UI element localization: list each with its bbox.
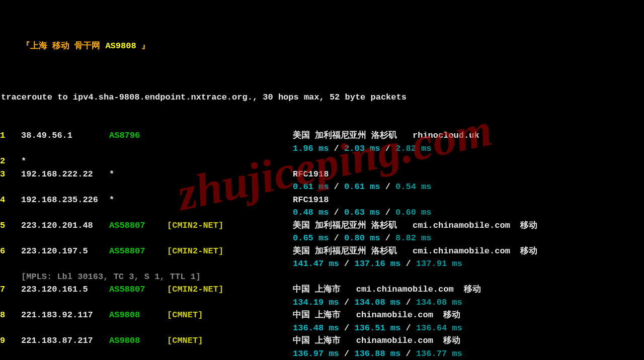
hop-latency-row: 141.47 ms / 137.16 ms / 137.91 ms xyxy=(0,257,644,271)
hop-row: 5223.120.201.48AS58807[CMIN2-NET]美国 加利福尼… xyxy=(0,219,644,232)
hop-location: 美国 加利福尼亚州 洛杉矶 rhinocloud.uk xyxy=(293,129,644,142)
hop-network: [CMIN2-NET] xyxy=(167,245,293,258)
hop-row: 9221.183.87.217AS9808[CMNET]中国 上海市 china… xyxy=(0,334,644,347)
hop-asn: AS9808 xyxy=(109,309,167,322)
hop-number: 1 xyxy=(0,129,21,142)
hop-ip: 223.120.161.5 xyxy=(21,283,109,296)
hop-location: 中国 上海市 cmi.chinamobile.com 移动 xyxy=(293,283,644,296)
hop-location: RFC1918 xyxy=(293,194,644,207)
hop-asn: AS9808 xyxy=(109,334,167,347)
header-asn: AS9808 xyxy=(105,41,136,51)
hop-latency-row: 136.48 ms / 136.51 ms / 136.64 ms xyxy=(0,322,644,335)
hop-latency: 0.48 ms / 0.63 ms / 0.60 ms xyxy=(293,208,431,217)
hop-asn: * xyxy=(109,168,167,181)
hop-network: [CMNET] xyxy=(167,309,293,322)
hop-latency: 136.48 ms / 136.51 ms / 136.64 ms xyxy=(293,323,462,333)
hop-latency: 136.97 ms / 136.88 ms / 136.77 ms xyxy=(293,349,462,358)
hop-number: 6 xyxy=(0,245,21,258)
hop-row: 4192.168.235.226*RFC1918 xyxy=(0,194,644,207)
mpls-label: [MPLS: Lbl 30163, TC 3, S 1, TTL 1] xyxy=(21,271,201,284)
hop-row: 138.49.56.1AS8796美国 加利福尼亚州 洛杉矶 rhinoclou… xyxy=(0,129,644,142)
hop-latency-row: 134.19 ms / 134.08 ms / 134.08 ms xyxy=(0,296,644,309)
hop-asn: * xyxy=(109,194,167,207)
hop-ip: 38.49.56.1 xyxy=(21,129,109,142)
hop-number: 3 xyxy=(0,168,21,181)
hop-number: 9 xyxy=(0,334,21,347)
terminal-output: 『上海 移动 骨干网 AS9808 』 traceroute to ipv4.s… xyxy=(0,0,644,360)
hop-latency-row: 1.96 ms / 2.03 ms / 2.82 ms xyxy=(0,142,644,155)
hop-latency: 0.65 ms / 0.80 ms / 8.82 ms xyxy=(293,233,431,243)
hop-network: [CMNET] xyxy=(167,334,293,347)
hop-row: 2* xyxy=(0,155,644,168)
hop-asn: AS58807 xyxy=(109,219,167,232)
hop-latency-row: 0.65 ms / 0.80 ms / 8.82 ms xyxy=(0,232,644,245)
hop-number: 2 xyxy=(0,155,21,168)
hop-latency-row: 136.97 ms / 136.88 ms / 136.77 ms xyxy=(0,347,644,361)
hop-location: 美国 加利福尼亚州 洛杉矶 cmi.chinamobile.com 移动 xyxy=(293,219,644,232)
hop-latency: 0.61 ms / 0.61 ms / 0.54 ms xyxy=(293,182,431,192)
hop-latency: 134.19 ms / 134.08 ms / 134.08 ms xyxy=(293,298,462,307)
hop-ip: 192.168.222.22 xyxy=(21,168,109,181)
hops-list: 138.49.56.1AS8796美国 加利福尼亚州 洛杉矶 rhinoclou… xyxy=(0,129,644,360)
hop-location: 美国 加利福尼亚州 洛杉矶 cmi.chinamobile.com 移动 xyxy=(293,245,644,258)
hop-row: 8221.183.92.117AS9808[CMNET]中国 上海市 china… xyxy=(0,309,644,322)
header-label: 上海 移动 骨干网 xyxy=(30,41,100,51)
header-prefix: 『 xyxy=(22,41,30,51)
hop-number: 7 xyxy=(0,283,21,296)
hop-row: 6223.120.197.5AS58807[CMIN2-NET]美国 加利福尼亚… xyxy=(0,245,644,258)
hop-location: 中国 上海市 chinamobile.com 移动 xyxy=(293,334,644,347)
hop-ip: 223.120.197.5 xyxy=(21,245,109,258)
traceroute-line: traceroute to ipv4.sha-9808.endpoint.nxt… xyxy=(0,91,644,104)
hop-latency-row: 0.61 ms / 0.61 ms / 0.54 ms xyxy=(0,181,644,194)
hop-latency: 1.96 ms / 2.03 ms / 2.82 ms xyxy=(293,144,431,153)
hop-network: [CMIN2-NET] xyxy=(167,283,293,296)
hop-row: 3192.168.222.22*RFC1918 xyxy=(0,168,644,181)
hop-location: RFC1918 xyxy=(293,168,644,181)
hop-ip: 221.183.87.217 xyxy=(21,334,109,347)
hop-latency: 141.47 ms / 137.16 ms / 137.91 ms xyxy=(293,259,462,268)
route-header: 『上海 移动 骨干网 AS9808 』 xyxy=(0,27,644,65)
hop-ip: 221.183.92.117 xyxy=(21,309,109,322)
hop-ip: * xyxy=(21,155,109,168)
hop-latency-row: 0.48 ms / 0.63 ms / 0.60 ms xyxy=(0,206,644,219)
hop-ip: 223.120.201.48 xyxy=(21,219,109,232)
hop-number: 8 xyxy=(0,309,21,322)
hop-row: 7223.120.161.5AS58807[CMIN2-NET]中国 上海市 c… xyxy=(0,283,644,296)
hop-network: [CMIN2-NET] xyxy=(167,219,293,232)
hop-location: 中国 上海市 chinamobile.com 移动 xyxy=(293,309,644,322)
header-suffix: 』 xyxy=(141,41,150,51)
hop-ip: 192.168.235.226 xyxy=(21,194,109,207)
hop-asn: AS58807 xyxy=(109,245,167,258)
hop-asn: AS58807 xyxy=(109,283,167,296)
hop-number: 5 xyxy=(0,219,21,232)
hop-asn: AS8796 xyxy=(109,129,167,142)
mpls-line: [MPLS: Lbl 30163, TC 3, S 1, TTL 1] xyxy=(0,271,644,284)
hop-number: 4 xyxy=(0,194,21,207)
